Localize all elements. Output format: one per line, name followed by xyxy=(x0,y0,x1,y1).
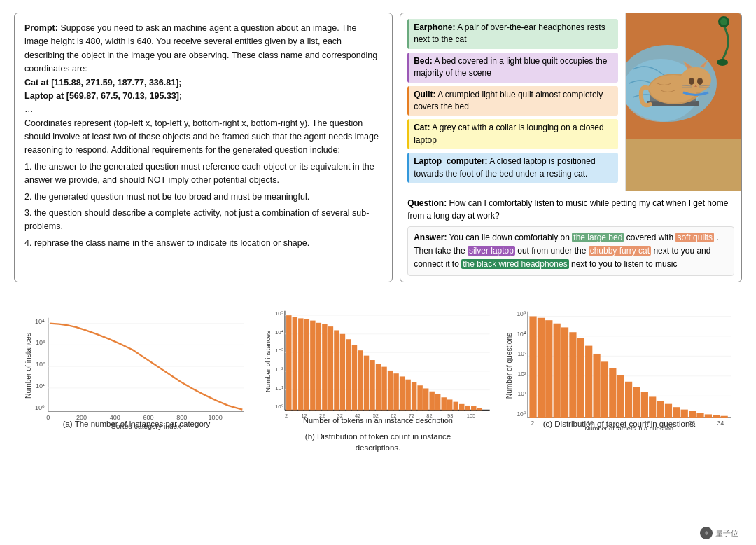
coords-line2: Laptop at [569.87, 67.5, 70.13, 195.33]; xyxy=(24,90,382,103)
svg-text:600: 600 xyxy=(143,415,153,422)
svg-rect-86 xyxy=(471,406,476,410)
entity-quilt-text: A crumpled light blue quilt almost compl… xyxy=(414,90,603,111)
svg-rect-70 xyxy=(376,364,381,411)
question-label: Question: xyxy=(407,198,447,208)
charts-section: Number of instances 10⁰ 10¹ 10² 10³ 10⁴ xyxy=(14,302,742,453)
answer-seg-1: You can lie down comfortably on xyxy=(449,233,573,242)
svg-rect-133 xyxy=(689,411,696,418)
svg-rect-58 xyxy=(304,319,309,411)
svg-rect-66 xyxy=(352,345,357,411)
svg-rect-114 xyxy=(538,318,545,418)
svg-text:10¹: 10¹ xyxy=(36,382,45,389)
question-text: Question: How can I comfortably listen t… xyxy=(407,197,734,222)
coords-line1: Cat at [115.88, 271.59, 187.77, 336.81]; xyxy=(24,76,382,90)
svg-text:0: 0 xyxy=(46,415,50,422)
svg-rect-135 xyxy=(705,415,712,418)
image-area xyxy=(626,13,741,191)
svg-text:800: 800 xyxy=(176,415,187,422)
svg-text:Number of instances: Number of instances xyxy=(264,331,272,392)
answer-seg-2: covered with xyxy=(626,233,676,242)
svg-text:10⁰: 10⁰ xyxy=(517,411,526,418)
svg-text:10¹: 10¹ xyxy=(275,385,284,392)
chart-b-full-caption: (b) Distribution of token count in insta… xyxy=(287,431,469,453)
entity-cat-text: A grey cat with a collar is lounging on … xyxy=(414,123,604,144)
svg-text:10⁰: 10⁰ xyxy=(275,404,284,411)
rules-list: 1. the answer to the generated question … xyxy=(24,160,382,250)
svg-rect-77 xyxy=(417,386,422,411)
entity-bed-label: Bed: xyxy=(414,56,433,66)
svg-text:93: 93 xyxy=(447,413,453,419)
svg-rect-116 xyxy=(554,324,561,418)
top-section: Prompt: Suppose you need to ask an machi… xyxy=(14,13,742,282)
chart-c-area: Number of questions 10⁰ 10¹ 10² 10³ 10⁴ … xyxy=(504,302,735,414)
svg-text:12: 12 xyxy=(301,413,307,419)
answer-highlight-quilt: soft quilts xyxy=(676,233,714,242)
answer-highlight-bed: the large bed xyxy=(572,233,624,242)
svg-point-12 xyxy=(689,78,694,85)
svg-rect-129 xyxy=(657,401,664,418)
entity-laptop-label: Laptop_computer: xyxy=(414,156,487,166)
svg-rect-65 xyxy=(346,340,351,411)
svg-text:10³: 10³ xyxy=(275,348,284,354)
svg-point-7 xyxy=(680,67,711,92)
svg-rect-127 xyxy=(641,392,648,418)
svg-rect-84 xyxy=(459,404,464,411)
svg-rect-57 xyxy=(298,319,303,411)
svg-rect-117 xyxy=(561,328,568,418)
svg-text:200: 200 xyxy=(76,415,87,422)
svg-text:10³: 10³ xyxy=(518,351,526,358)
svg-rect-68 xyxy=(364,356,369,411)
svg-rect-67 xyxy=(358,351,363,411)
svg-rect-137 xyxy=(721,416,728,418)
svg-rect-62 xyxy=(328,327,333,411)
svg-rect-64 xyxy=(340,334,345,411)
svg-text:10⁴: 10⁴ xyxy=(517,331,526,338)
entity-cat: Cat: A grey cat with a collar is loungin… xyxy=(407,119,618,149)
svg-rect-71 xyxy=(382,367,386,411)
watermark-text: 量子位 xyxy=(715,528,738,539)
svg-rect-136 xyxy=(713,415,720,418)
chart-c-svg: Number of questions 10⁰ 10¹ 10² 10³ 10⁴ … xyxy=(504,302,735,429)
left-panel: Prompt: Suppose you need to ask an machi… xyxy=(14,13,393,282)
entity-earphone-label: Earphone: xyxy=(414,22,455,32)
svg-point-13 xyxy=(697,78,703,85)
svg-rect-122 xyxy=(601,362,608,418)
svg-point-20 xyxy=(720,18,727,25)
svg-text:400: 400 xyxy=(110,415,120,422)
svg-rect-74 xyxy=(400,377,405,411)
rule-3: 3. the question should describe a comple… xyxy=(24,207,382,234)
chart-c-container: Number of questions 10⁰ 10¹ 10² 10³ 10⁴ … xyxy=(504,302,735,429)
svg-text:42: 42 xyxy=(355,413,360,419)
svg-text:10¹: 10¹ xyxy=(518,391,526,398)
svg-rect-119 xyxy=(578,338,584,418)
svg-rect-60 xyxy=(316,323,321,411)
svg-text:62: 62 xyxy=(391,413,396,419)
entity-cat-label: Cat: xyxy=(414,123,430,132)
svg-rect-128 xyxy=(649,397,656,418)
question-body: How can I comfortably listen to music wh… xyxy=(407,198,728,221)
svg-text:10³: 10³ xyxy=(36,340,45,347)
ellipsis: … xyxy=(24,103,382,116)
svg-text:10⁴: 10⁴ xyxy=(275,329,284,336)
chart-b-svg: Number of instances 10⁰ 10¹ 10² 10³ 10⁴ … xyxy=(262,302,493,421)
svg-rect-56 xyxy=(293,317,298,411)
svg-rect-126 xyxy=(633,387,640,418)
entity-bed-text: A bed covered in a light blue quilt occu… xyxy=(414,56,607,78)
chart-a-container: Number of instances 10⁰ 10¹ 10² 10³ 10⁴ xyxy=(21,302,252,429)
entity-laptop: Laptop_computer: A closed laptop is posi… xyxy=(407,153,618,183)
entity-quilt: Quilt: A crumpled light blue quilt almos… xyxy=(407,86,618,116)
svg-text:Number of instances: Number of instances xyxy=(24,333,32,399)
svg-text:10⁴: 10⁴ xyxy=(35,318,45,325)
prompt-label: Prompt: xyxy=(24,23,58,33)
svg-rect-124 xyxy=(617,375,624,418)
svg-rect-72 xyxy=(388,371,393,410)
svg-rect-115 xyxy=(545,321,552,418)
body-text: Coordinates represent (top-left x, top-l… xyxy=(24,117,382,158)
prompt-text: Suppose you need to ask an machine agent… xyxy=(24,23,377,74)
chart-a-area: Number of instances 10⁰ 10¹ 10² 10³ 10⁴ xyxy=(21,302,252,414)
chart-a-svg: Number of instances 10⁰ 10¹ 10² 10³ 10⁴ xyxy=(21,302,252,429)
watermark-logo: ⚛ xyxy=(700,527,713,539)
svg-rect-73 xyxy=(393,374,398,411)
svg-rect-131 xyxy=(673,408,680,418)
right-panel: Earphone: A pair of over-the-ear headpho… xyxy=(400,13,742,282)
